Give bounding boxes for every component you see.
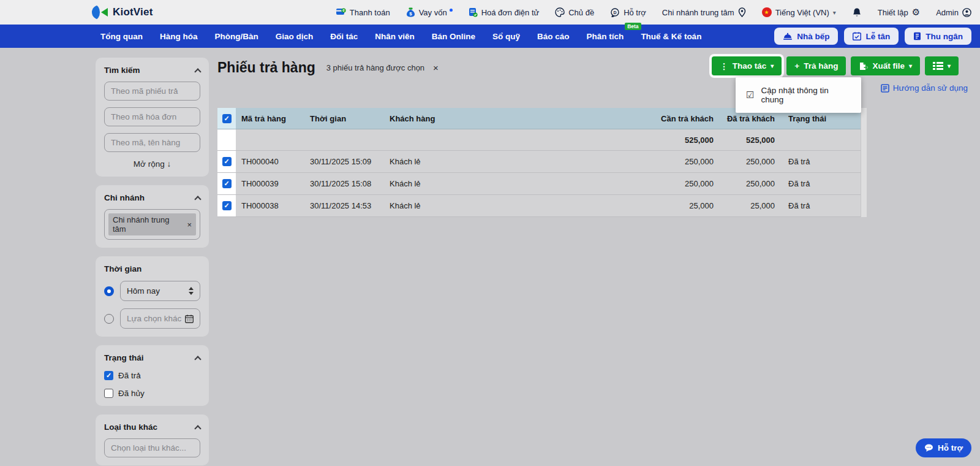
topbar-payment[interactable]: e Thanh toán <box>336 8 390 17</box>
receipt-pen-icon <box>913 32 921 40</box>
filter-sidebar: Tìm kiếm Mở rộng ↓ Chi nhánh Chi nhánh t… <box>0 48 217 466</box>
nav-overview[interactable]: Tổng quan <box>92 32 151 41</box>
status-panel-header[interactable]: Trạng thái <box>104 353 200 362</box>
search-panel-title: Tìm kiếm <box>104 66 140 75</box>
header-customer[interactable]: Khách hàng <box>384 108 609 129</box>
other-income-panel-header[interactable]: Loại thu khác <box>104 422 200 432</box>
summary-need-refund: 525,000 <box>609 129 714 150</box>
einvoice-icon <box>469 8 478 17</box>
nav-online[interactable]: Bán Online <box>423 32 484 41</box>
cell-customer: Khách lẻ <box>384 173 609 194</box>
search-return-code-input[interactable] <box>104 82 200 101</box>
nav-transactions[interactable]: Giao dịch <box>267 32 322 41</box>
nav-reports[interactable]: Báo cáo <box>529 32 578 41</box>
svg-text:e: e <box>342 8 345 12</box>
return-goods-button[interactable]: + Trả hàng <box>786 56 846 75</box>
cell-refunded: 250,000 <box>714 151 775 172</box>
table-row[interactable]: ✓ TH000040 30/11/2025 15:09 Khách lẻ 250… <box>217 151 861 173</box>
topbar-account[interactable]: Admin <box>936 8 971 17</box>
header-time[interactable]: Thời gian <box>304 108 384 129</box>
row-checkbox[interactable]: ✓ <box>222 179 232 188</box>
expand-search-link[interactable]: Mở rộng ↓ <box>104 159 200 169</box>
time-preset-select[interactable]: Hôm nay <box>120 281 200 301</box>
collapse-chevron-icon <box>194 68 201 75</box>
plus-icon: + <box>794 61 799 71</box>
cell-time: 30/11/2025 15:09 <box>304 151 384 172</box>
cell-refunded: 250,000 <box>714 173 775 194</box>
topbar-theme[interactable]: Chủ đề <box>555 7 594 17</box>
actions-menu-button[interactable]: ⋮ Thao tác ▾ <box>712 56 782 75</box>
nav-goods[interactable]: Hàng hóa <box>151 32 206 41</box>
bell-icon <box>852 7 862 18</box>
branch-panel-header[interactable]: Chi nhánh <box>104 193 200 202</box>
update-common-info-menu-item[interactable]: ☑ Cập nhật thông tin chung <box>736 83 861 107</box>
search-item-input[interactable] <box>104 133 200 152</box>
cell-code: TH000040 <box>236 151 304 172</box>
top-bar: KiotViet e Thanh toán $ Vay vốn Hoá đơn … <box>0 0 980 25</box>
reception-label: Lễ tân <box>865 32 890 41</box>
cell-need-refund: 250,000 <box>609 173 714 194</box>
branch-multiselect[interactable]: Chi nhánh trung tâm × <box>104 209 200 240</box>
header-code[interactable]: Mã trả hàng <box>236 108 304 129</box>
topbar-support[interactable]: D Hỗ trợ Beta <box>610 8 646 17</box>
user-icon <box>962 8 971 17</box>
topbar-branch-selector[interactable]: Chi nhánh trung tâm <box>662 7 746 17</box>
user-guide-label: Hướng dẫn sử dụng <box>893 83 968 93</box>
topbar-language-selector[interactable]: ★ Tiếng Việt (VN) ▾ <box>762 7 836 17</box>
header-need-refund[interactable]: Cần trả khách <box>609 108 714 129</box>
nav-rooms[interactable]: Phòng/Bàn <box>206 32 267 41</box>
return-goods-label: Trả hàng <box>804 61 838 71</box>
time-preset-radio[interactable] <box>104 286 114 296</box>
money-bag-icon: $ <box>406 7 415 17</box>
nav-partners[interactable]: Đối tác <box>322 32 366 41</box>
user-guide-link[interactable]: Hướng dẫn sử dụng <box>881 83 968 93</box>
kitchen-label: Nhà bếp <box>797 32 829 41</box>
time-panel-header[interactable]: Thời gian <box>104 264 200 273</box>
status-cancelled-checkbox[interactable] <box>104 389 113 398</box>
select-all-checkbox[interactable]: ✓ <box>222 114 232 123</box>
other-income-panel: Loại thu khác <box>96 414 209 465</box>
table-scrollbar[interactable] <box>861 108 867 217</box>
status-returned-checkbox[interactable]: ✓ <box>104 371 113 380</box>
topbar-einvoice[interactable]: Hoá đơn điện tử <box>469 8 540 17</box>
topbar-notifications[interactable] <box>852 7 862 18</box>
kiotviet-logo[interactable]: KiotViet <box>92 5 153 20</box>
other-income-title: Loại thu khác <box>104 422 157 432</box>
nav-cashbook[interactable]: Sổ quỹ <box>484 32 529 41</box>
status-returned-label: Đã trả <box>118 371 141 380</box>
main-content: Phiếu trả hàng 3 phiếu trả hàng được chọ… <box>217 48 980 466</box>
row-checkbox[interactable]: ✓ <box>222 201 232 210</box>
time-panel-title: Thời gian <box>104 264 141 273</box>
cashier-button[interactable]: Thu ngân <box>905 28 971 45</box>
kitchen-button[interactable]: Nhà bếp <box>774 28 838 45</box>
list-view-button[interactable]: ▾ <box>925 56 959 75</box>
cell-code: TH000038 <box>236 195 304 216</box>
nav-staff[interactable]: Nhân viên <box>366 32 423 41</box>
cell-status: Đã trả <box>775 151 861 172</box>
support-chat-icon: D <box>610 8 620 17</box>
table-row[interactable]: ✓ TH000038 30/11/2025 14:53 Khách lẻ 25,… <box>217 195 861 217</box>
search-invoice-code-input[interactable] <box>104 107 200 126</box>
calendar-icon <box>185 315 194 323</box>
search-panel-header[interactable]: Tìm kiếm <box>104 66 200 75</box>
time-custom-picker[interactable]: Lựa chọn khác <box>120 308 200 329</box>
guide-document-icon <box>881 84 889 93</box>
nav-analytics[interactable]: Phân tích <box>578 32 633 41</box>
export-file-button[interactable]: Xuất file ▾ <box>851 56 920 75</box>
topbar-settings[interactable]: Thiết lập ⚙ <box>878 7 920 18</box>
remove-branch-tag-icon[interactable]: × <box>187 220 192 229</box>
time-custom-placeholder: Lựa chọn khác <box>127 314 185 323</box>
clear-selection-icon[interactable]: × <box>433 63 439 73</box>
row-checkbox[interactable]: ✓ <box>222 157 232 166</box>
table-row[interactable]: ✓ TH000039 30/11/2025 15:08 Khách lẻ 250… <box>217 173 861 195</box>
reception-button[interactable]: Lễ tân <box>844 28 899 45</box>
cell-customer: Khách lẻ <box>384 151 609 172</box>
chevron-down-icon: ▾ <box>771 63 774 69</box>
topbar-loan[interactable]: $ Vay vốn <box>406 7 453 17</box>
export-file-icon <box>859 62 868 71</box>
nav-tax[interactable]: Thuế & Kế toán <box>632 32 710 41</box>
other-income-select[interactable] <box>104 438 200 457</box>
time-custom-radio[interactable] <box>104 314 114 324</box>
svg-text:D: D <box>614 10 617 14</box>
support-fab-button[interactable]: Hỗ trợ <box>916 438 971 457</box>
